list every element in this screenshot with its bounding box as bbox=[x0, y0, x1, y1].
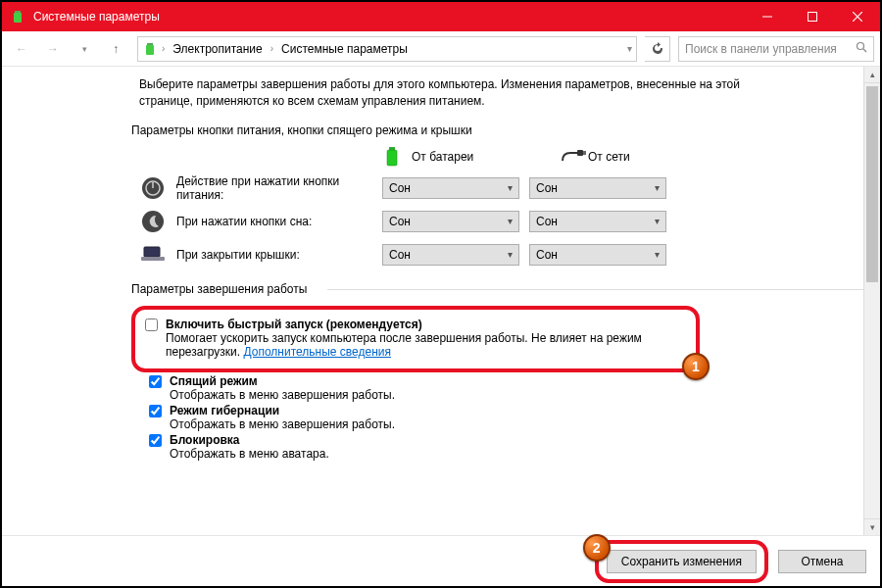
breadcrumb-item[interactable]: Системные параметры bbox=[277, 42, 412, 56]
col-battery-label: От батареи bbox=[412, 150, 473, 164]
chevron-down-icon: ▾ bbox=[508, 216, 513, 226]
cancel-button[interactable]: Отмена bbox=[778, 550, 866, 573]
navbar: ← → ▾ ↑ › Электропитание › Системные пар… bbox=[2, 31, 880, 67]
chevron-down-icon: ▾ bbox=[655, 182, 660, 193]
forward-button[interactable]: → bbox=[39, 35, 67, 63]
option-sleep: Спящий режим Отображать в меню завершени… bbox=[149, 374, 854, 402]
annotation-marker-1: 1 bbox=[682, 353, 710, 380]
highlight-save: 2 Сохранить изменения bbox=[595, 540, 768, 583]
link-more-info[interactable]: Дополнительные сведения bbox=[243, 345, 390, 359]
col-ac-label: От сети bbox=[588, 150, 630, 164]
svg-rect-19 bbox=[144, 247, 160, 257]
chevron-down-icon: ▾ bbox=[655, 216, 660, 226]
scroll-up-button[interactable]: ▴ bbox=[864, 67, 880, 83]
svg-line-9 bbox=[863, 49, 866, 52]
option-fast-start: Включить быстрый запуск (рекомендуется) … bbox=[145, 318, 686, 359]
option-desc: Отображать в меню завершения работы. bbox=[170, 388, 854, 402]
checkbox-hibernate[interactable] bbox=[149, 405, 162, 417]
laptop-icon bbox=[139, 241, 167, 269]
svg-rect-20 bbox=[141, 257, 165, 261]
back-button[interactable]: ← bbox=[8, 35, 35, 63]
plug-icon bbox=[561, 147, 580, 167]
select-power-ac[interactable]: Сон▾ bbox=[529, 177, 666, 199]
breadcrumb-item[interactable]: Электропитание bbox=[169, 42, 266, 56]
scrollbar-vertical[interactable]: ▴ ▾ bbox=[863, 67, 880, 535]
svg-rect-10 bbox=[389, 147, 395, 150]
select-lid-battery[interactable]: Сон▾ bbox=[382, 244, 519, 266]
option-title: Включить быстрый запуск (рекомендуется) bbox=[166, 318, 686, 331]
search-input[interactable]: Поиск в панели управления bbox=[678, 36, 874, 62]
search-placeholder: Поиск в панели управления bbox=[685, 42, 837, 56]
checkbox-sleep[interactable] bbox=[149, 375, 162, 388]
svg-point-8 bbox=[858, 43, 864, 50]
svg-rect-7 bbox=[146, 45, 154, 55]
search-icon bbox=[856, 41, 867, 56]
option-desc: Отображать в меню аватара. bbox=[170, 447, 854, 461]
titlebar: Системные параметры bbox=[2, 2, 880, 31]
window-title: Системные параметры bbox=[33, 10, 160, 24]
row-lid: При закрытии крышки: Сон▾ Сон▾ bbox=[139, 241, 854, 269]
option-title: Спящий режим bbox=[170, 374, 854, 388]
chevron-down-icon: ▾ bbox=[508, 249, 513, 260]
breadcrumb[interactable]: › Электропитание › Системные параметры ▾ bbox=[137, 36, 637, 62]
row-power-button: Действие при нажатии кнопки питания: Сон… bbox=[139, 174, 854, 202]
row-label: Действие при нажатии кнопки питания: bbox=[176, 174, 372, 202]
section-title-shutdown: Параметры завершения работы bbox=[131, 282, 854, 296]
close-button[interactable] bbox=[835, 2, 880, 31]
option-title: Режим гибернации bbox=[170, 404, 854, 417]
content-wrap: Выберите параметры завершения работы для… bbox=[2, 67, 880, 535]
moon-icon bbox=[139, 208, 167, 235]
option-desc: Помогает ускорить запуск компьютера посл… bbox=[166, 331, 686, 359]
maximize-button[interactable] bbox=[790, 2, 835, 31]
chevron-down-icon: ▾ bbox=[508, 182, 513, 193]
section-title-buttons: Параметры кнопки питания, кнопки спящего… bbox=[131, 123, 854, 137]
chevron-down-icon[interactable]: ▾ bbox=[627, 43, 632, 54]
battery-icon bbox=[142, 41, 158, 57]
svg-rect-0 bbox=[15, 11, 21, 13]
svg-rect-12 bbox=[577, 150, 583, 156]
column-headers: От батареи От сети bbox=[384, 147, 854, 167]
select-sleep-battery[interactable]: Сон▾ bbox=[382, 211, 519, 232]
svg-rect-1 bbox=[14, 13, 22, 23]
row-label: При закрытии крышки: bbox=[176, 248, 372, 262]
option-lock: Блокировка Отображать в меню аватара. bbox=[149, 433, 854, 461]
recent-locations-button[interactable]: ▾ bbox=[71, 35, 98, 63]
svg-rect-11 bbox=[387, 150, 397, 166]
row-label: При нажатии кнопки сна: bbox=[176, 215, 372, 228]
svg-rect-6 bbox=[147, 43, 153, 45]
select-power-battery[interactable]: Сон▾ bbox=[382, 177, 519, 199]
option-desc: Отображать в меню завершения работы. bbox=[170, 417, 854, 431]
chevron-right-icon: › bbox=[162, 43, 165, 54]
battery-icon bbox=[384, 147, 404, 167]
col-ac: От сети bbox=[561, 147, 698, 167]
power-icon bbox=[139, 174, 167, 202]
window: Системные параметры ← → ▾ ↑ › Электропит… bbox=[0, 0, 882, 588]
minimize-button[interactable] bbox=[745, 2, 790, 31]
footer: 2 Сохранить изменения Отмена bbox=[2, 535, 880, 586]
intro-text: Выберите параметры завершения работы для… bbox=[139, 76, 766, 110]
select-sleep-ac[interactable]: Сон▾ bbox=[529, 211, 666, 232]
content: Выберите параметры завершения работы для… bbox=[2, 67, 863, 535]
scroll-down-button[interactable]: ▾ bbox=[864, 518, 880, 535]
scroll-thumb[interactable] bbox=[866, 86, 878, 282]
save-button[interactable]: Сохранить изменения bbox=[607, 550, 757, 573]
annotation-marker-2: 2 bbox=[583, 534, 611, 562]
option-title: Блокировка bbox=[170, 433, 854, 447]
battery-icon bbox=[10, 9, 25, 24]
svg-rect-3 bbox=[808, 13, 817, 22]
chevron-down-icon: ▾ bbox=[655, 249, 660, 260]
checkbox-lock[interactable] bbox=[149, 434, 162, 447]
shutdown-section: Параметры завершения работы Включить быс… bbox=[139, 282, 854, 461]
up-button[interactable]: ↑ bbox=[102, 35, 129, 63]
option-hibernate: Режим гибернации Отображать в меню завер… bbox=[149, 404, 854, 431]
col-battery: От батареи bbox=[384, 147, 521, 167]
refresh-button[interactable] bbox=[645, 36, 670, 62]
checkbox-fast-start[interactable] bbox=[145, 318, 158, 331]
row-sleep-button: При нажатии кнопки сна: Сон▾ Сон▾ bbox=[139, 208, 854, 235]
chevron-right-icon: › bbox=[270, 43, 273, 54]
select-lid-ac[interactable]: Сон▾ bbox=[529, 244, 666, 266]
highlight-fast-start: Включить быстрый запуск (рекомендуется) … bbox=[131, 306, 700, 372]
